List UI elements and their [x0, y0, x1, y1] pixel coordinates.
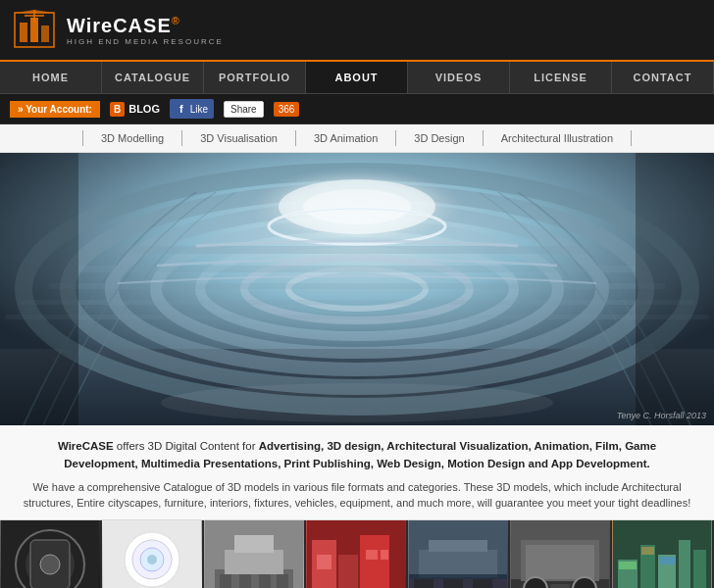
share-button[interactable]: Share	[224, 101, 264, 118]
your-account-button[interactable]: Your Account:	[10, 101, 100, 118]
hero-credit: Tenye C. Horsfall 2013	[617, 411, 706, 420]
svg-rect-4	[41, 25, 49, 42]
subnav-3d-design[interactable]: 3D Design	[396, 130, 483, 146]
desc-intro: offers 3D Digital Content for	[114, 440, 259, 452]
subnav-3d-visualisation[interactable]: 3D Visualisation	[182, 130, 296, 146]
nav-license[interactable]: LICENSE	[510, 62, 612, 93]
thumb-5[interactable]	[408, 520, 510, 588]
svg-rect-80	[659, 557, 675, 564]
svg-rect-43	[234, 535, 274, 553]
subnav-3d-modelling[interactable]: 3D Modelling	[82, 130, 182, 146]
nav-about[interactable]: ABOUT	[306, 62, 408, 93]
subnav: 3D Modelling 3D Visualisation 3D Animati…	[0, 124, 714, 153]
svg-rect-67	[526, 545, 594, 579]
svg-rect-75	[679, 540, 690, 588]
svg-rect-52	[317, 555, 332, 569]
subnav-3d-animation[interactable]: 3D Animation	[296, 130, 396, 146]
svg-rect-62	[443, 579, 463, 588]
svg-rect-42	[225, 550, 283, 574]
brand-name: WireCASE	[58, 440, 114, 452]
logo-wire: Wire	[67, 15, 113, 36]
svg-rect-29	[0, 153, 714, 425]
svg-rect-45	[239, 574, 251, 588]
svg-point-34	[40, 555, 60, 574]
nav-contact[interactable]: CONTACT	[612, 62, 714, 93]
like-label: Like	[190, 104, 208, 115]
thumb-7[interactable]	[612, 520, 714, 588]
logo-area: WireCASE® HIGH END MEDIA RESOURCE	[10, 8, 224, 52]
svg-rect-76	[693, 550, 706, 588]
logo-title: WireCASE®	[67, 15, 224, 37]
secondary-bar: Your Account: B BLOG f Like Share 366	[0, 94, 714, 124]
logo-subtitle: HIGH END MEDIA RESOURCE	[67, 37, 224, 46]
main-nav: HOME CATALOGUE PORTFOLIO ABOUT VIDEOS LI…	[0, 62, 714, 94]
header: WireCASE® HIGH END MEDIA RESOURCE	[0, 0, 714, 62]
thumb-2[interactable]	[102, 520, 204, 588]
facebook-like-button[interactable]: f Like	[170, 99, 214, 119]
description-secondary: We have a comprehensive Catalogue of 3D …	[20, 479, 694, 512]
description-main: WireCASE offers 3D Digital Content for A…	[20, 437, 694, 473]
nav-portfolio[interactable]: PORTFOLIO	[204, 62, 306, 93]
svg-rect-47	[277, 574, 288, 588]
blog-button[interactable]: B BLOG	[110, 102, 160, 117]
nav-videos[interactable]: VIDEOS	[408, 62, 510, 93]
thumb-1[interactable]	[0, 520, 102, 588]
svg-point-39	[147, 555, 157, 564]
share-label: Share	[230, 104, 257, 115]
svg-rect-51	[360, 535, 389, 588]
nav-catalogue[interactable]: CATALOGUE	[102, 62, 204, 93]
svg-rect-54	[381, 550, 388, 560]
svg-rect-78	[619, 562, 637, 569]
svg-rect-61	[414, 579, 434, 588]
hero-svg	[0, 153, 714, 425]
svg-rect-2	[20, 23, 27, 42]
svg-rect-63	[473, 579, 492, 588]
thumb-3[interactable]	[204, 520, 306, 588]
svg-rect-50	[338, 555, 358, 588]
nav-home[interactable]: HOME	[0, 62, 102, 93]
blog-label: BLOG	[128, 103, 160, 115]
facebook-icon: f	[176, 101, 187, 117]
svg-rect-46	[259, 574, 271, 588]
svg-rect-59	[429, 540, 487, 552]
blogger-icon: B	[110, 102, 125, 117]
subnav-architectural-illustration[interactable]: Architectural Illustration	[484, 130, 632, 146]
svg-rect-44	[220, 574, 231, 588]
logo-text-area: WireCASE® HIGH END MEDIA RESOURCE	[67, 15, 224, 46]
logo-trademark: ®	[172, 15, 180, 26]
logo-icon	[10, 8, 59, 52]
svg-rect-53	[366, 550, 378, 560]
svg-rect-58	[419, 550, 497, 577]
thumbnail-strip	[0, 520, 714, 588]
thumb-4[interactable]	[306, 520, 408, 588]
svg-rect-60	[409, 574, 507, 579]
thumb-6[interactable]	[510, 520, 612, 588]
hero-image: Tenye C. Horsfall 2013	[0, 153, 714, 425]
svg-rect-70	[550, 584, 570, 588]
logo-case: CASE	[113, 15, 172, 36]
svg-rect-79	[641, 547, 654, 555]
description-area: WireCASE offers 3D Digital Content for A…	[0, 425, 714, 520]
share-count: 366	[274, 102, 300, 117]
